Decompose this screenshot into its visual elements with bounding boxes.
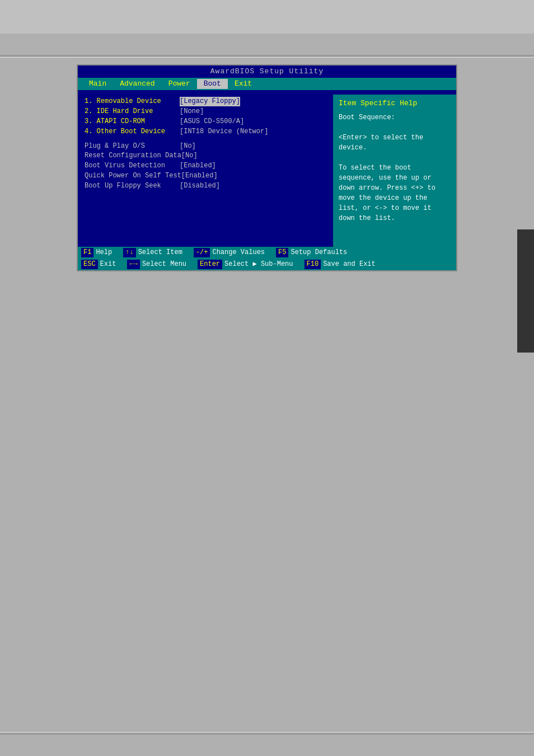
footer-enter: Enter Select ▶ Sub-Menu bbox=[198, 260, 293, 269]
f5-key: F5 bbox=[276, 248, 288, 257]
setting-label-1: Plug & Play O/S bbox=[85, 142, 180, 151]
menu-advanced[interactable]: Advanced bbox=[113, 79, 161, 89]
setting-value-1: [No] bbox=[180, 142, 196, 151]
boot-device-value-4: [INT18 Device (Networ] bbox=[180, 127, 268, 137]
footer-esc: ESC Exit bbox=[81, 260, 116, 269]
boot-device-row-4: 4. Other Boot Device [INT18 Device (Netw… bbox=[85, 127, 326, 137]
menu-main[interactable]: Main bbox=[82, 79, 113, 89]
setting-value-2: [No] bbox=[181, 151, 198, 161]
boot-device-label-3: 3. ATAPI CD-ROM bbox=[85, 117, 180, 126]
setting-label-3: Boot Virus Detection bbox=[85, 161, 180, 171]
leftright-key: ←→ bbox=[127, 260, 139, 269]
updown-key: ↑↓ bbox=[123, 248, 135, 257]
bottom-line bbox=[0, 733, 534, 735]
leftright-desc: Select Menu bbox=[142, 260, 186, 269]
f1-key: F1 bbox=[81, 248, 93, 257]
menu-exit[interactable]: Exit bbox=[228, 79, 259, 89]
setting-value-5: [Disabled] bbox=[180, 181, 220, 191]
setting-value-3: [Enabled] bbox=[180, 161, 216, 171]
setting-row-4: Quick Power On Self Test [Enabled] bbox=[85, 171, 326, 181]
esc-key: ESC bbox=[81, 260, 98, 269]
bios-footer: F1 Help ↑↓ Select Item -/+ Change Values… bbox=[78, 247, 456, 270]
footer-leftright: ←→ Select Menu bbox=[127, 260, 186, 269]
enter-desc: Select ▶ Sub-Menu bbox=[224, 260, 293, 269]
sidebar-strip bbox=[517, 229, 534, 353]
setting-row-1: Plug & Play O/S [No] bbox=[85, 142, 326, 151]
help-text: Boot Sequence: <Enter> to select the dev… bbox=[339, 112, 451, 223]
setting-row-3: Boot Virus Detection [Enabled] bbox=[85, 161, 326, 171]
boot-device-label-1: 1. Removable Device bbox=[85, 97, 180, 106]
footer-row-2: ESC Exit ←→ Select Menu Enter Select ▶ S… bbox=[78, 259, 456, 270]
f5-desc: Setup Defaults bbox=[291, 248, 347, 257]
bios-help-panel: Item Specific Help Boot Sequence: <Enter… bbox=[333, 95, 456, 247]
footer-f1: F1 Help bbox=[81, 248, 112, 257]
f1-desc: Help bbox=[96, 248, 112, 257]
footer-row-1: F1 Help ↑↓ Select Item -/+ Change Values… bbox=[78, 247, 456, 259]
top-line bbox=[0, 55, 534, 57]
f10-desc: Save and Exit bbox=[323, 260, 376, 269]
boot-device-label-4: 4. Other Boot Device bbox=[85, 127, 180, 137]
esc-desc: Exit bbox=[100, 260, 116, 269]
setting-value-4: [Enabled] bbox=[181, 171, 218, 181]
footer-f10: F10 Save and Exit bbox=[305, 260, 376, 269]
boot-device-value-2: [None] bbox=[180, 107, 204, 116]
setting-label-4: Quick Power On Self Test bbox=[85, 171, 181, 181]
bios-left-panel: 1. Removable Device [Legacy Floppy] 2. I… bbox=[78, 95, 333, 247]
setting-label-2: Reset Configuration Data bbox=[85, 151, 181, 161]
change-desc: Change Values bbox=[212, 248, 265, 257]
boot-device-row-1: 1. Removable Device [Legacy Floppy] bbox=[85, 97, 326, 106]
boot-device-row-2: 2. IDE Hard Drive [None] bbox=[85, 107, 326, 116]
bios-title: AwardBIOS Setup Utility bbox=[210, 67, 324, 76]
menu-boot[interactable]: Boot bbox=[197, 79, 228, 89]
menu-power[interactable]: Power bbox=[162, 79, 197, 89]
top-line-2 bbox=[0, 57, 534, 58]
boot-device-value-1: [Legacy Floppy] bbox=[180, 97, 240, 106]
bios-body: 1. Removable Device [Legacy Floppy] 2. I… bbox=[78, 90, 456, 247]
f10-key: F10 bbox=[305, 260, 321, 269]
bios-title-bar: AwardBIOS Setup Utility bbox=[78, 65, 456, 78]
bios-menu-bar: Main Advanced Power Boot Exit bbox=[78, 78, 456, 90]
enter-key: Enter bbox=[198, 260, 222, 269]
boot-device-label-2: 2. IDE Hard Drive bbox=[85, 107, 180, 116]
updown-desc: Select Item bbox=[138, 248, 182, 257]
setting-row-2: Reset Configuration Data [No] bbox=[85, 151, 326, 161]
boot-device-row-3: 3. ATAPI CD-ROM [ASUS CD-S500/A] bbox=[85, 117, 326, 126]
bios-window: AwardBIOS Setup Utility Main Advanced Po… bbox=[77, 64, 457, 271]
setting-label-5: Boot Up Floppy Seek bbox=[85, 181, 180, 191]
footer-change: -/+ Change Values bbox=[194, 248, 265, 257]
footer-f5: F5 Setup Defaults bbox=[276, 248, 347, 257]
setting-row-5: Boot Up Floppy Seek [Disabled] bbox=[85, 181, 326, 191]
boot-device-value-3: [ASUS CD-S500/A] bbox=[180, 117, 244, 126]
change-key: -/+ bbox=[194, 248, 210, 257]
footer-updown: ↑↓ Select Item bbox=[123, 248, 182, 257]
bottom-line-2 bbox=[0, 732, 534, 732]
help-title: Item Specific Help bbox=[339, 98, 451, 109]
